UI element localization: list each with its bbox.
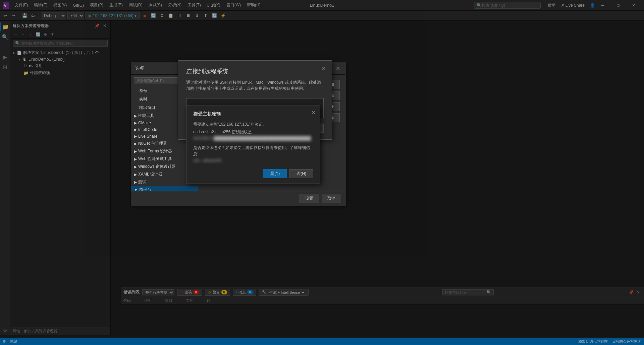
options-dialog-close-button[interactable]: ✕ bbox=[334, 65, 341, 72]
connect-dialog-close-button[interactable]: ✕ bbox=[320, 65, 328, 73]
hostkey-line2: ecdsa-sha2-nistp256 密钥指纹是 bbox=[193, 129, 313, 135]
connect-dialog-title: 连接到远程系统 bbox=[186, 67, 324, 75]
hostkey-dialog-close-button[interactable]: ✕ bbox=[310, 109, 317, 116]
hostkey-no-button[interactable]: 否(N) bbox=[289, 169, 313, 178]
options-dialog-footer: 设置 取消 bbox=[131, 191, 345, 206]
nav-arrow-liveshare-icon: ▶ bbox=[134, 134, 137, 139]
nav-arrow-crossplatform-icon: ▼ bbox=[134, 188, 138, 191]
hostkey-yes-button[interactable]: 是(Y) bbox=[263, 169, 287, 178]
nav-arrow-perf-icon: ▶ bbox=[134, 114, 137, 118]
hostkey-dialog-title: 接受主机密钥 bbox=[193, 111, 313, 117]
hostkey-fingerprint: SHA256:Vc███████████████████████████████… bbox=[193, 135, 313, 142]
nav-arrow-webforms-icon: ▶ bbox=[134, 149, 137, 154]
hostkey-line1: 需要建立主机"192.168.127.131"的验证。 bbox=[193, 121, 313, 128]
nav-arrow-nuget-icon: ▶ bbox=[134, 141, 137, 146]
options-settings-button[interactable]: 设置 bbox=[300, 194, 319, 203]
hostkey-link: ssh...stkeyverifl... bbox=[193, 157, 313, 164]
nav-group-crossplatform[interactable]: ▼ 跨平台 bbox=[131, 186, 198, 191]
nav-arrow-winforms-icon: ▶ bbox=[134, 164, 137, 169]
hostkey-dialog: ✕ 接受主机密钥 需要建立主机"192.168.127.131"的验证。 ecd… bbox=[186, 106, 320, 184]
options-dialog-title: 选项 bbox=[135, 65, 144, 71]
nav-arrow-test-icon: ▶ bbox=[134, 180, 137, 185]
nav-arrow-webperf-icon: ▶ bbox=[134, 157, 137, 161]
nav-arrow-xaml-icon: ▶ bbox=[134, 172, 137, 177]
nav-arrow-intellicode-icon: ▶ bbox=[134, 127, 137, 132]
options-cancel-button[interactable]: 取消 bbox=[322, 194, 341, 203]
hostkey-footer: 是(Y) 否(N) bbox=[193, 169, 313, 178]
hostkey-line4: 是否要继续连接？如果接受，将保存指纹供将来使用。了解详细信息: bbox=[193, 145, 313, 157]
hostkey-dialog-body: 需要建立主机"192.168.127.131"的验证。 ecdsa-sha2-n… bbox=[193, 121, 313, 164]
connect-dialog-desc: 通过此对话框使用 SSH 连接到 Linux、Mac、Windows 或其他系统… bbox=[186, 79, 324, 91]
nav-arrow-cmake-icon: ▶ bbox=[134, 121, 137, 125]
